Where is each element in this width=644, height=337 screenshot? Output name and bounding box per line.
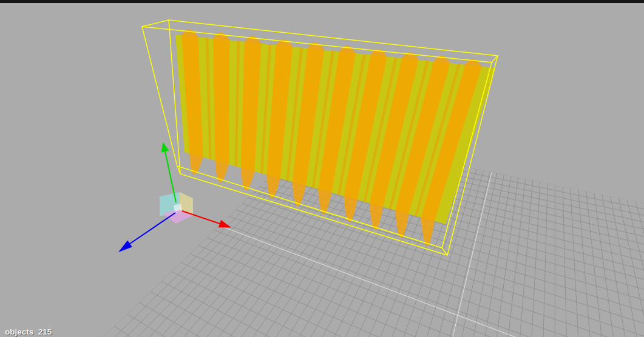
viewport-3d-canvas[interactable] <box>0 0 644 337</box>
viewport-stage: objects 215 vertices 2,880 triangles 960 <box>0 0 644 337</box>
cylinder-peg <box>213 33 229 182</box>
stats-objects: objects 215 <box>5 326 61 337</box>
stats-overlay: objects 215 vertices 2,880 triangles 960 <box>5 302 61 337</box>
top-bar <box>0 0 644 3</box>
grid-line-recede <box>555 185 555 337</box>
